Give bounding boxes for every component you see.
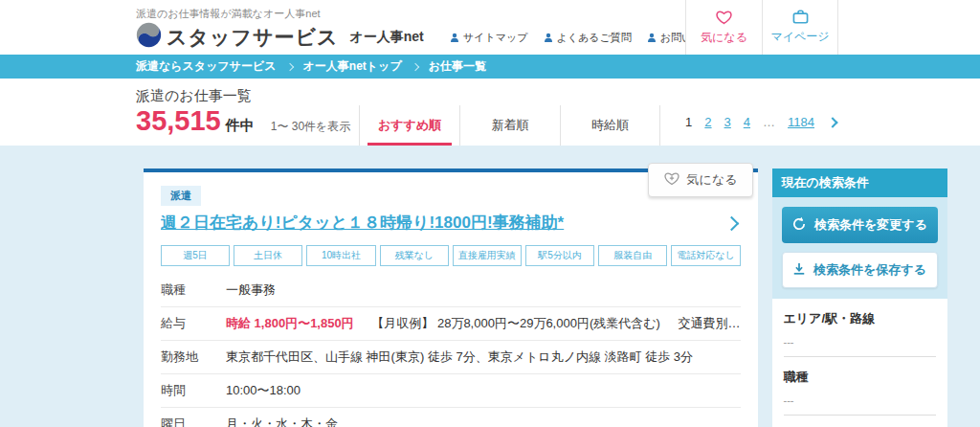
tab-recommended[interactable]: おすすめ順 bbox=[359, 105, 459, 146]
employment-type-badge: 派遣 bbox=[161, 186, 201, 206]
top-header: 派遣のお仕事情報が満載なオー人事net スタッフサービス オー人事net bbox=[0, 0, 980, 55]
logo-text: スタッフサービス bbox=[167, 24, 338, 51]
page: 派遣のお仕事情報が満載なオー人事net スタッフサービス オー人事net bbox=[0, 0, 980, 427]
breadcrumb: 派遣ならスタッフサービス オー人事netトップ お仕事一覧 bbox=[0, 55, 980, 79]
detail-value: 月・火・水・木・金 bbox=[226, 416, 741, 427]
sort-tabs: おすすめ順 新着順 時給順 bbox=[359, 105, 660, 146]
person-icon bbox=[450, 33, 459, 44]
main-content: 気になる 派遣 週２日在宅あり!ピタッと１８時帰り!1800円!事務補助* 週5… bbox=[0, 146, 980, 427]
favorites-button[interactable]: 気になる bbox=[685, 0, 762, 55]
page-link-3[interactable]: 3 bbox=[724, 115, 731, 129]
detail-value: 一般事務 bbox=[226, 281, 741, 299]
job-favorite-label: 気になる bbox=[687, 171, 738, 189]
change-conditions-label: 検索条件を変更する bbox=[814, 216, 927, 234]
mypage-button[interactable]: マイページ bbox=[762, 0, 838, 55]
page-link-last[interactable]: 1184 bbox=[788, 115, 814, 129]
pagination: 1 2 3 4 … 1184 bbox=[685, 115, 836, 129]
page-current: 1 bbox=[685, 115, 692, 129]
chevron-right-icon bbox=[285, 63, 293, 71]
job-card: 気になる 派遣 週２日在宅あり!ピタッと１８時帰り!1800円!事務補助* 週5… bbox=[144, 169, 758, 427]
sidebar-condition-list: エリア/駅・路線 --- 職種 --- 勤務条件 --- bbox=[772, 299, 947, 427]
detail-label: 勤務地 bbox=[161, 348, 226, 366]
sidebar-button-panel: 検索条件を変更する 検索条件を保存する bbox=[772, 197, 947, 299]
job-tag: 土日休 bbox=[234, 245, 302, 266]
tab-newest[interactable]: 新着順 bbox=[459, 105, 560, 146]
condition-value: --- bbox=[784, 336, 936, 348]
header-utilities: 気になる マイページ bbox=[685, 0, 838, 55]
mypage-label: マイページ bbox=[770, 29, 829, 45]
transport-note: 交通費別… bbox=[679, 316, 741, 330]
logo-swirl-icon bbox=[136, 22, 162, 52]
job-tags: 週5日 土日休 10時出社 残業なし 直接雇用実績 駅5分以内 服装自由 電話対… bbox=[161, 245, 741, 266]
job-favorite-button[interactable]: 気になる bbox=[648, 163, 753, 197]
heart-plus-icon bbox=[663, 171, 680, 189]
job-tag: 残業なし bbox=[380, 245, 449, 266]
salary-amount: 時給 1,800円〜1,850円 bbox=[226, 316, 354, 330]
page-title: 派遣のお仕事一覧 bbox=[136, 79, 980, 105]
detail-value: 東京都千代田区、山手線 神田(東京) 徒歩 7分、東京メトロ丸ノ内線 淡路町 徒… bbox=[226, 348, 741, 366]
change-conditions-button[interactable]: 検索条件を変更する bbox=[782, 207, 938, 243]
detail-row-salary: 給与 時給 1,800円〜1,850円 【月収例】 28万8,000円〜29万6… bbox=[161, 306, 741, 340]
page-link-4[interactable]: 4 bbox=[744, 115, 750, 129]
search-conditions-sidebar: 現在の検索条件 検索条件を変更する 検索条件を保存する エリア/駅・ bbox=[772, 169, 947, 427]
page-ellipsis: … bbox=[763, 115, 775, 129]
next-page-icon[interactable] bbox=[827, 117, 837, 127]
condition-title: エリア/駅・路線 bbox=[784, 310, 936, 327]
breadcrumb-top[interactable]: オー人事netトップ bbox=[303, 58, 402, 75]
condition-job-type: 職種 --- bbox=[784, 357, 936, 416]
detail-row-location: 勤務地 東京都千代田区、山手線 神田(東京) 徒歩 7分、東京メトロ丸ノ内線 淡… bbox=[161, 340, 741, 373]
result-range: 1〜 30件を表示 bbox=[271, 119, 351, 135]
site-tagline: 派遣のお仕事情報が満載なオー人事net bbox=[136, 0, 980, 21]
detail-label: 職種 bbox=[161, 281, 226, 299]
person-icon bbox=[544, 33, 553, 44]
sidebar-header: 現在の検索条件 bbox=[772, 169, 947, 197]
job-tag: 直接雇用実績 bbox=[453, 245, 522, 266]
job-detail-chevron-icon[interactable] bbox=[724, 216, 739, 232]
job-title-link[interactable]: 週２日在宅あり!ピタッと１８時帰り!1800円!事務補助* bbox=[161, 213, 713, 235]
nav-sitemap[interactable]: サイトマップ bbox=[450, 31, 528, 45]
job-tag: 週5日 bbox=[161, 245, 230, 266]
result-count: 35,515 bbox=[136, 105, 221, 137]
nav-label: よくあるご質問 bbox=[557, 31, 632, 45]
condition-value: --- bbox=[784, 394, 936, 406]
job-details-table: 職種 一般事務 給与 時給 1,800円〜1,850円 【月収例】 28万8,0… bbox=[161, 274, 741, 427]
download-icon bbox=[792, 262, 806, 279]
listing-header: 派遣のお仕事一覧 35,515 件中 1〜 30件を表示 おすすめ順 新着順 時… bbox=[0, 79, 980, 146]
job-tag: 10時出社 bbox=[306, 245, 375, 266]
breadcrumb-home[interactable]: 派遣ならスタッフサービス bbox=[136, 58, 277, 75]
person-icon bbox=[647, 33, 657, 44]
heart-icon bbox=[715, 10, 733, 28]
result-count-suffix: 件中 bbox=[226, 117, 255, 135]
condition-area-station: エリア/駅・路線 --- bbox=[784, 299, 936, 357]
detail-label: 時間 bbox=[161, 382, 226, 399]
tab-hourly-wage[interactable]: 時給順 bbox=[560, 105, 660, 146]
detail-label: 給与 bbox=[161, 315, 226, 332]
nav-label: サイトマップ bbox=[463, 31, 528, 45]
page-link-2[interactable]: 2 bbox=[704, 115, 711, 129]
detail-value: 10:00〜18:00 bbox=[226, 382, 741, 399]
job-tag: 駅5分以内 bbox=[525, 245, 594, 266]
detail-row-job-type: 職種 一般事務 bbox=[161, 274, 741, 306]
detail-value: 時給 1,800円〜1,850円 【月収例】 28万8,000円〜29万6,00… bbox=[226, 315, 741, 332]
briefcase-icon bbox=[792, 10, 809, 27]
detail-row-hours: 時間 10:00〜18:00 bbox=[161, 373, 741, 407]
logo-subtext: オー人事net bbox=[349, 29, 423, 46]
condition-work-terms: 勤務条件 --- bbox=[784, 416, 936, 427]
favorites-label: 気になる bbox=[701, 30, 747, 46]
condition-title: 職種 bbox=[784, 369, 936, 386]
detail-row-days: 曜日 月・火・水・木・金 bbox=[161, 407, 741, 427]
nav-faq[interactable]: よくあるご質問 bbox=[544, 31, 632, 45]
chevron-right-icon bbox=[411, 63, 418, 71]
job-tag: 服装自由 bbox=[598, 245, 667, 266]
monthly-example: 【月収例】 28万8,000円〜29万6,000円(残業代含む) bbox=[371, 316, 660, 330]
job-tag: 電話対応なし bbox=[671, 245, 740, 266]
refresh-icon bbox=[791, 216, 807, 235]
save-conditions-button[interactable]: 検索条件を保存する bbox=[782, 252, 938, 288]
breadcrumb-current: お仕事一覧 bbox=[429, 58, 486, 75]
save-conditions-label: 検索条件を保存する bbox=[813, 261, 926, 279]
detail-label: 曜日 bbox=[161, 416, 226, 427]
site-logo[interactable]: スタッフサービス オー人事net bbox=[136, 22, 424, 52]
